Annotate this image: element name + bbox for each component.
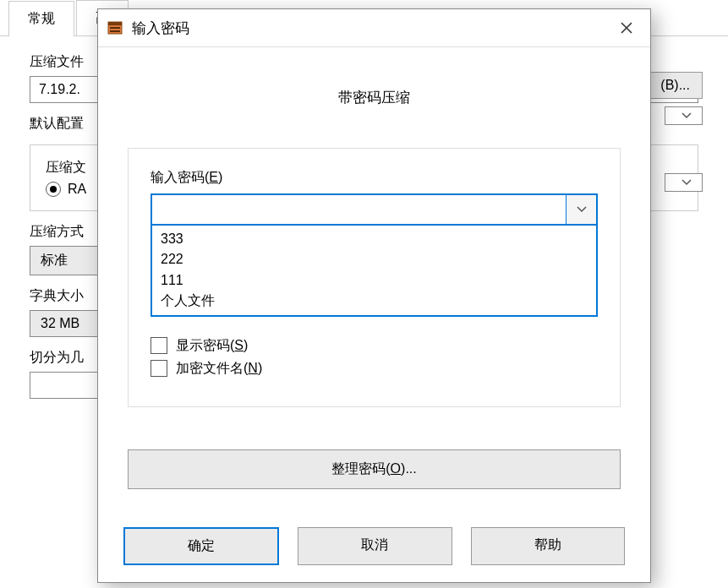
password-dialog: 输入密码 带密码压缩 输入密码(E) 333 222 111 个人文 <box>97 8 651 583</box>
cancel-button[interactable]: 取消 <box>298 527 452 565</box>
dialog-footer: 确定 取消 帮助 <box>98 514 650 582</box>
tab-general[interactable]: 常规 <box>8 1 74 36</box>
chevron-down-icon <box>681 112 692 119</box>
chevron-down-icon <box>681 179 692 186</box>
radio-rar-label: RA <box>68 182 86 197</box>
password-input[interactable] <box>151 193 566 226</box>
password-section: 输入密码(E) 333 222 111 个人文件 显示密码(S) <box>128 148 621 407</box>
show-password-checkbox-row[interactable]: 显示密码(S) <box>151 337 598 355</box>
password-option[interactable]: 111 <box>152 270 596 291</box>
app-icon <box>107 19 123 36</box>
svg-rect-1 <box>108 22 122 25</box>
titlebar: 输入密码 <box>98 9 650 47</box>
close-button[interactable] <box>606 14 647 41</box>
password-option[interactable]: 333 <box>152 229 596 249</box>
show-password-label: 显示密码(S) <box>176 337 248 355</box>
svg-rect-3 <box>110 30 120 32</box>
dialog-body: 带密码压缩 输入密码(E) 333 222 111 个人文件 <box>98 47 650 514</box>
password-option[interactable]: 222 <box>152 249 596 270</box>
encrypt-names-label: 加密文件名(N) <box>176 360 262 378</box>
password-label: 输入密码(E) <box>151 169 598 187</box>
password-option[interactable]: 个人文件 <box>152 291 596 311</box>
chevron-down-icon <box>577 206 587 213</box>
radio-rar-icon <box>46 182 61 197</box>
bg-dropdown-1[interactable] <box>665 106 703 125</box>
password-dropdown-list: 333 222 111 个人文件 <box>151 226 598 317</box>
password-dropdown-toggle[interactable] <box>566 193 598 226</box>
bg-dropdown-2[interactable] <box>665 173 703 192</box>
svg-rect-2 <box>110 27 120 29</box>
dialog-title: 输入密码 <box>132 19 606 38</box>
manage-passwords-button[interactable]: 整理密码(O)... <box>128 449 621 489</box>
close-icon <box>621 22 632 34</box>
browse-button[interactable]: (B)... <box>648 72 703 99</box>
checkbox-icon <box>151 337 167 354</box>
encrypt-names-checkbox-row[interactable]: 加密文件名(N) <box>151 360 598 378</box>
method-select[interactable]: 标准 <box>30 246 106 275</box>
checkbox-icon <box>151 360 167 377</box>
help-button[interactable]: 帮助 <box>471 527 625 565</box>
dict-select[interactable]: 32 MB <box>30 310 106 337</box>
ok-button[interactable]: 确定 <box>123 527 279 565</box>
dialog-heading: 带密码压缩 <box>128 88 621 107</box>
